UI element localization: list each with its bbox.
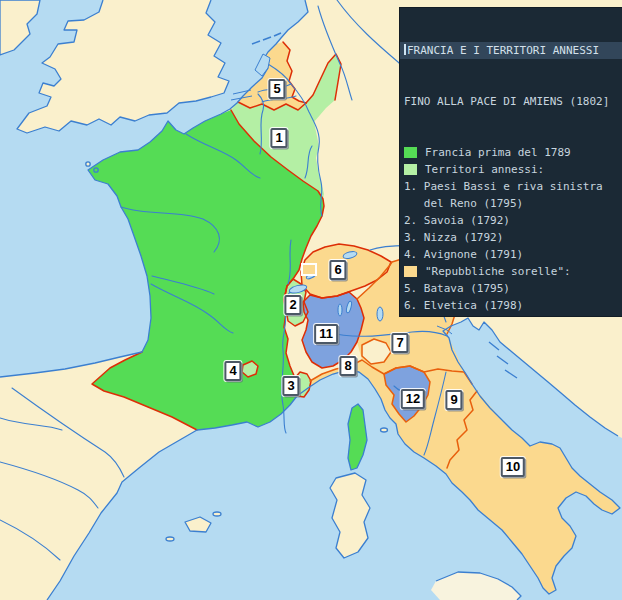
legend-item-text: 5. Batava (1795): [404, 282, 510, 295]
legend-title-text: FRANCIA E I TERRITORI ANNESSI: [407, 44, 599, 57]
map-label-8: 8: [339, 356, 356, 376]
legend-item: 7. Cisalpina (1797): [400, 314, 622, 316]
legend-item: 2. Savoia (1792): [400, 212, 622, 229]
legend-item: Territori annessi:: [400, 161, 622, 178]
legend-item: Francia prima del 1789: [400, 144, 622, 161]
text-cursor: [404, 44, 406, 55]
map-label-2: 2: [284, 295, 301, 315]
map-label-3: 3: [282, 376, 299, 396]
map-label-4: 4: [224, 361, 241, 381]
legend-item-text: 2. Savoia (1792): [404, 214, 510, 227]
legend-item: 3. Nizza (1792): [400, 229, 622, 246]
legend-item: 1. Paesi Bassi e riva sinistra: [400, 178, 622, 195]
legend-item-text: 3. Nizza (1792): [404, 231, 503, 244]
legend-item-text: del Reno (1795): [404, 197, 523, 210]
map-label-5: 5: [268, 79, 285, 99]
historical-map: 123456789101112 FRANCIA E I TERRITORI AN…: [0, 0, 622, 600]
lake-garda: [377, 307, 383, 321]
map-label-1: 1: [270, 128, 287, 148]
helvetic-swatch-marker: [302, 264, 316, 275]
legend-item-text: 6. Elvetica (1798): [404, 299, 523, 312]
legend-swatch-france: [404, 147, 417, 158]
legend-item: del Reno (1795): [400, 195, 622, 212]
map-label-7: 7: [391, 333, 408, 353]
legend-item-text: 4. Avignone (1791): [404, 248, 523, 261]
legend-item-text: 1. Paesi Bassi e riva sinistra: [404, 180, 603, 193]
map-label-11: 11: [314, 324, 338, 344]
map-label-9: 9: [445, 390, 462, 410]
legend-swatch-sorelle: [404, 266, 417, 277]
map-label-10: 10: [501, 457, 525, 477]
legend-item: 6. Elvetica (1798): [400, 297, 622, 314]
legend-title: FRANCIA E I TERRITORI ANNESSI: [400, 42, 622, 59]
lake-maggiore: [338, 304, 342, 316]
legend-item-text: "Repubbliche sorelle":: [425, 265, 571, 278]
legend-panel: FRANCIA E I TERRITORI ANNESSI FINO ALLA …: [400, 8, 622, 316]
map-label-6: 6: [329, 260, 346, 280]
legend-item-text: Francia prima del 1789: [425, 146, 571, 159]
map-label-12: 12: [401, 389, 425, 409]
legend-item: "Repubbliche sorelle":: [400, 263, 622, 280]
legend-item: 4. Avignone (1791): [400, 246, 622, 263]
legend-item-text: Territori annessi:: [425, 163, 544, 176]
legend-items: Francia prima del 1789Territori annessi:…: [400, 144, 622, 316]
legend-subtitle: FINO ALLA PACE DI AMIENS (1802]: [400, 93, 622, 110]
legend-swatch-annessi: [404, 164, 417, 175]
legend-item: 5. Batava (1795): [400, 280, 622, 297]
